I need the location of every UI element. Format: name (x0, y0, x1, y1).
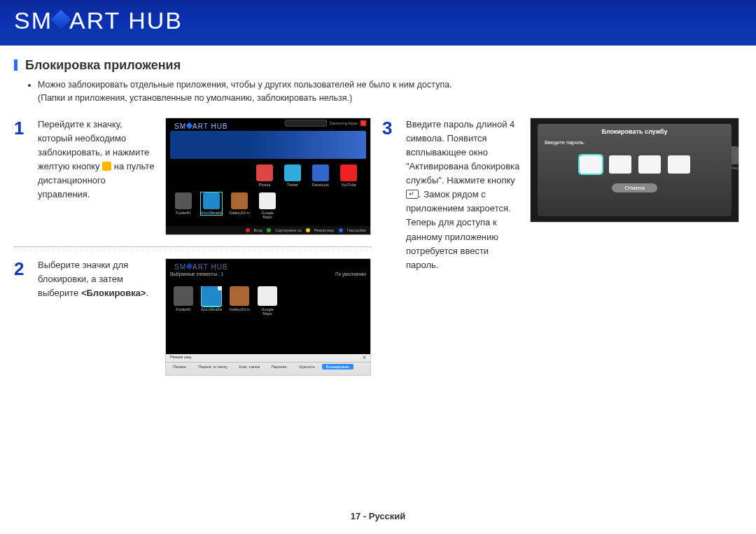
brand-logo: SM ART HUB (14, 7, 742, 34)
password-boxes (538, 155, 732, 174)
menu-move[interactable]: Перем. (169, 364, 191, 370)
yellow-c-button-icon (102, 162, 111, 171)
title-bar-icon (14, 59, 18, 71)
footer-edit[interactable]: Режим ред. (314, 228, 335, 232)
right-column: 3 Введите пароль длиной 4 символа. Появи… (382, 118, 739, 387)
step2-text-b: . (146, 288, 149, 298)
step3-text-a: Введите пароль длиной 4 символа. Появитс… (406, 119, 519, 186)
yellow-dot-icon (306, 228, 310, 232)
dialog-title: Блокировать службу (538, 128, 732, 135)
footer-sort[interactable]: Сортировка по (275, 228, 302, 232)
default-label: По умолчанию (335, 272, 366, 276)
edit-mode-label: Режим ред. (170, 355, 192, 361)
blue-dot-icon (339, 228, 343, 232)
menu-move-folder[interactable]: Перем. в папку (194, 364, 232, 370)
search-input[interactable] (285, 120, 327, 127)
step-3: 3 Введите пароль длиной 4 символа. Появи… (382, 118, 739, 273)
app-label: YouTube (341, 183, 356, 187)
section-title-text: Блокировка приложения (25, 58, 181, 72)
app-tile[interactable]: GalleryDil.tv (229, 192, 250, 215)
screenshot-password-dialog: AccuWeather GalleryDil Блокировать служб… (530, 118, 739, 223)
red-dot-icon (360, 120, 366, 126)
app-label: Picasa (259, 183, 271, 187)
app-label: Folder#1 (176, 307, 191, 311)
intro-note: (Папки и приложения, установленные по ум… (38, 93, 352, 103)
screenshot-smarthub-main: SMART HUB Samsung Apps Picasa Twitter Fa… (165, 118, 371, 235)
password-digit-input[interactable] (638, 155, 661, 174)
green-dot-icon (267, 228, 271, 232)
app-label: GalleryDil.tv (229, 211, 250, 215)
section-title: Блокировка приложения (14, 58, 756, 73)
app-label: Facebook (312, 183, 329, 187)
promo-banner (170, 131, 366, 159)
left-column: 1 Перейдите к значку, который необходимо… (14, 118, 371, 387)
app-label: AccuWeather (201, 307, 222, 311)
lock-icon (218, 286, 222, 290)
lock-dialog: Блокировать службу Введите пароль. Отмен… (538, 124, 732, 216)
samsung-apps-link[interactable]: Samsung Apps (330, 121, 358, 125)
shot1-brand-l: SM (174, 122, 186, 130)
red-dot-icon (246, 228, 250, 232)
step-2: 2 Выберите значки для блокировки, а зате… (14, 258, 371, 376)
shot2-brand-l: SM (174, 263, 186, 271)
step-text: Перейдите к значку, который необходимо з… (38, 118, 157, 235)
step-number: 3 (382, 118, 398, 273)
menu-lock[interactable]: Блокировка (322, 364, 354, 370)
shot1-brand-r: ART HUB (192, 122, 228, 130)
app-tile-selected[interactable]: AccuWeather (201, 286, 222, 311)
close-icon[interactable]: ✕ (363, 355, 366, 361)
page-header: SM ART HUB (0, 0, 756, 45)
intro-text: Можно заблокировать отдельные приложения… (28, 78, 462, 105)
menu-rename[interactable]: Переим. (267, 364, 291, 370)
footer-login[interactable]: Вход (254, 228, 262, 232)
app-label: GalleryDil.tv (229, 307, 250, 311)
password-digit-input[interactable] (609, 155, 631, 174)
app-tile[interactable]: Picasa (254, 164, 275, 187)
menu-delete[interactable]: Удалить (295, 364, 319, 370)
step-1: 1 Перейдите к значку, который необходимо… (14, 118, 371, 235)
step-text: Выберите значки для блокировки, а затем … (38, 258, 157, 376)
divider (14, 246, 371, 247)
cancel-button[interactable]: Отмена (612, 183, 657, 192)
app-label: Twitter (287, 183, 298, 187)
app-tile[interactable]: Google Maps (257, 192, 278, 219)
app-label: Google Maps (261, 307, 274, 316)
menu-new-folder[interactable]: Нов. папка (234, 364, 264, 370)
shot1-footer: Вход Сортировка по Режим ред. Настройки (166, 226, 370, 234)
step-number: 2 (14, 258, 29, 376)
step-text: Введите пароль длиной 4 символа. Появитс… (406, 118, 522, 273)
app-tile[interactable]: Facebook (310, 164, 331, 187)
app-label: Google Maps (261, 211, 274, 219)
app-tile[interactable]: Twitter (282, 164, 303, 187)
app-tile[interactable]: Folder#1 (173, 286, 194, 311)
step2-bold: <Блокировка> (81, 288, 146, 298)
step-number: 1 (14, 118, 29, 235)
intro-bullet: Можно заблокировать отдельные приложения… (38, 80, 452, 90)
dialog-subtitle: Введите пароль. (538, 139, 732, 146)
page-footer: 17 - Русский (0, 511, 756, 521)
app-tile[interactable]: Google Maps (257, 286, 278, 316)
brand-cube-icon (51, 9, 71, 29)
password-digit-input[interactable] (668, 155, 690, 174)
enter-button-icon (406, 190, 419, 199)
app-label: AccuWeather (201, 211, 222, 215)
brand-right: ART HUB (69, 7, 183, 34)
edit-bottom-menu: Режим ред. ✕ Перем. Перем. в папку Нов. … (166, 354, 370, 375)
screenshot-edit-mode: SMART HUB Выбранные элементы : 1 По умол… (165, 258, 371, 376)
step3-text-b: . Замок рядом с приложением закроется. Т… (406, 189, 511, 270)
password-digit-input[interactable] (580, 155, 602, 174)
shot2-brand-r: ART HUB (192, 263, 228, 271)
app-tile[interactable]: YouTube (338, 164, 359, 187)
app-label: Folder#1 (176, 211, 191, 215)
brand-left: SM (14, 7, 52, 34)
footer-settings[interactable]: Настройки (347, 228, 366, 232)
mini-cube-icon (186, 122, 193, 129)
app-tile[interactable]: GalleryDil.tv (229, 286, 250, 311)
app-tile[interactable]: Folder#1 (173, 192, 194, 215)
selected-count-label: Выбранные элементы : 1 (170, 272, 223, 276)
app-tile[interactable]: AccuWeather (201, 192, 222, 215)
